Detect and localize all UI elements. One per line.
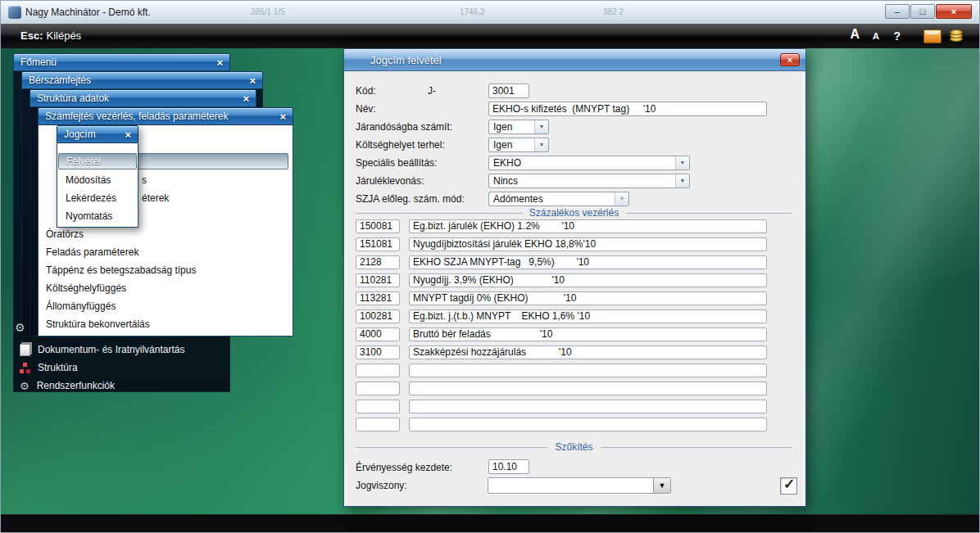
panel-title: Számfejtés vezérlés, feladás paraméterek	[45, 111, 228, 122]
menu-item-partial[interactable]: s	[142, 171, 147, 189]
section-szukites: Szűkítés	[356, 441, 792, 453]
code-cell[interactable]	[356, 418, 400, 431]
menu-item-oratorzs[interactable]: Óratörzs	[39, 225, 293, 243]
panel-title: Jogcím	[64, 129, 96, 140]
percent-row	[344, 418, 805, 431]
jarandosag-select[interactable]: Igen▼	[488, 120, 549, 134]
percent-row: 110281Nyugdíjj. 3,9% (EKHO) '10	[344, 273, 805, 287]
close-icon[interactable]: ×	[125, 129, 131, 141]
menu-item-modositas[interactable]: Módosítás	[57, 171, 138, 189]
panel-title: Főmenü	[20, 56, 57, 68]
code-cell[interactable]: 4000	[356, 327, 400, 341]
esc-exit-label[interactable]: Esc:Kilépés	[20, 29, 81, 42]
checkmark-icon: ✓	[783, 476, 795, 493]
chevron-down-icon: ▼	[615, 192, 628, 206]
kod-input[interactable]: 3001	[488, 84, 529, 98]
name-cell[interactable]: EKHO SZJA MNYPT-tag 9,5%) '10	[409, 255, 767, 269]
bottom-bar	[1, 514, 979, 532]
jogviszony-label: Jogviszony:	[356, 480, 407, 491]
documents-icon	[20, 344, 30, 356]
menu-item-allomanyfugges[interactable]: Állományfüggés	[39, 297, 293, 315]
chevron-down-icon[interactable]: ▼	[653, 478, 670, 493]
menu-item-lekerdezes[interactable]: Lekérdezés	[57, 189, 138, 207]
dialog-jogcim-felvetel: Jogcím felvétel × Kód: J- 3001 Név: EKHO…	[343, 48, 806, 507]
koltseghely-select[interactable]: Igen▼	[488, 138, 549, 152]
menu-item-label: Rendszerfunkciók	[37, 380, 115, 391]
code-cell[interactable]	[356, 382, 400, 395]
name-cell[interactable]: Nyugdíjbiztosítási járulék EKHO 18,8%'10	[409, 237, 767, 251]
menu-item-feladas-parameterek[interactable]: Feladás paraméterek	[39, 243, 293, 261]
font-decrease-button[interactable]: A	[873, 31, 879, 41]
minimize-button[interactable]: –	[885, 4, 910, 19]
menu-item-label: Dokumentum- és Iratnyilvántartás	[38, 344, 184, 355]
code-cell[interactable]: 113281	[356, 291, 400, 305]
coin-icon	[950, 29, 963, 35]
name-cell[interactable]: Szakképzési hozzájárulás '10	[409, 346, 767, 359]
jarandosag-label: Járandóságba számít:	[356, 121, 452, 133]
window-icon[interactable]	[923, 29, 941, 43]
menu-item-felvetel-selected[interactable]: Felvétel	[58, 153, 137, 169]
name-cell[interactable]	[409, 400, 767, 413]
code-cell[interactable]: 3100	[356, 346, 400, 359]
name-cell[interactable]: Nyugdíjj. 3,9% (EKHO) '10	[409, 273, 767, 287]
menu-item-nyomtatas[interactable]: Nyomtatás	[57, 207, 138, 225]
code-cell[interactable]: 151081	[356, 237, 400, 251]
name-cell[interactable]	[409, 364, 767, 377]
menu-item-struktura-bekonvertalas[interactable]: Struktúra bekonvertálás	[39, 315, 293, 333]
code-cell[interactable]: 2128	[356, 255, 400, 269]
name-cell[interactable]: Eg.bizt. j.(t.b.) MNYPT EKHO 1,6% '10	[409, 309, 767, 323]
kod-prefix: J-	[428, 85, 436, 97]
name-cell[interactable]: Bruttó bér feladás '10	[409, 327, 767, 341]
submenu-items: Óratörzs Feladás paraméterek Táppénz és …	[39, 225, 293, 333]
ervenyesseg-input[interactable]: 10.10	[488, 459, 529, 474]
name-cell[interactable]	[409, 382, 767, 395]
name-cell[interactable]: MNYPT tagdíj 0% (EKHO) '10	[409, 291, 767, 305]
chevron-down-icon[interactable]: ▼	[675, 174, 689, 187]
code-cell[interactable]	[356, 364, 400, 377]
code-cell[interactable]: 100281	[356, 309, 400, 323]
code-cell[interactable]	[356, 400, 400, 413]
fomenu-items: Dokumentum- és Iratnyilvántartás Struktú…	[14, 341, 229, 395]
close-button[interactable]: ×	[936, 4, 972, 19]
menu-item-rendszerfunkciok[interactable]: ⚙ Rendszerfunkciók	[14, 377, 229, 395]
close-icon[interactable]: ×	[216, 56, 223, 69]
name-cell[interactable]	[409, 418, 767, 431]
dialog-close-button[interactable]: ×	[780, 53, 800, 66]
menu-item-dokumentum[interactable]: Dokumentum- és Iratnyilvántartás	[14, 341, 229, 359]
szja-label: SZJA előleg. szám. mód:	[356, 193, 465, 205]
close-icon[interactable]: ×	[243, 93, 249, 105]
menu-item-koltseghelyfugges[interactable]: Költséghelyfüggés	[39, 279, 293, 297]
koltseghely-label: Költséghelyet terhel:	[356, 139, 445, 151]
percent-row: 151081Nyugdíjbiztosítási járulék EKHO 18…	[344, 237, 805, 251]
specialis-select[interactable]: EKHO▼	[488, 156, 690, 170]
chevron-down-icon[interactable]: ▼	[534, 120, 548, 133]
close-icon[interactable]: ×	[249, 75, 256, 87]
jogviszony-select[interactable]: ▼	[488, 477, 671, 494]
close-icon[interactable]: ×	[279, 111, 286, 123]
caption-buttons: – □ ×	[885, 4, 972, 19]
maximize-button[interactable]: □	[910, 4, 935, 19]
menu-item-partial[interactable]: éterek	[142, 189, 169, 207]
jarulek-select[interactable]: Nincs▼	[488, 174, 690, 188]
code-cell[interactable]: 150081	[356, 219, 400, 233]
code-cell[interactable]: 110281	[356, 273, 400, 287]
confirm-checkbox[interactable]: ✓	[780, 477, 797, 495]
name-cell[interactable]: Eg.bizt. járulék (EKHO) 1.2% '10	[409, 219, 767, 233]
font-increase-button[interactable]: A	[850, 27, 860, 42]
menu-item-tappenz[interactable]: Táppénz és betegszabadság típus	[39, 261, 293, 279]
help-button[interactable]: ?	[893, 29, 901, 43]
selected-value: Nincs	[493, 175, 518, 187]
divider	[626, 213, 792, 214]
toolbar: Esc:Kilépés A A ?	[1, 24, 979, 48]
coins-icon[interactable]	[950, 29, 964, 43]
chevron-down-icon[interactable]: ▼	[675, 156, 689, 169]
esc-key-label: Esc:	[20, 29, 43, 42]
panel-title: Bérszámfejtés	[29, 75, 91, 86]
nev-input[interactable]: EKHO-s kifizetés (MNYPT tag) '10	[488, 102, 767, 116]
chevron-down-icon[interactable]: ▼	[534, 138, 548, 151]
divider	[601, 447, 792, 448]
menu-item-struktura[interactable]: Struktúra	[14, 359, 229, 377]
app-icon	[8, 6, 21, 19]
szja-select[interactable]: Adómentes▼	[488, 192, 629, 206]
percent-row: 150081Eg.bizt. járulék (EKHO) 1.2% '10	[344, 219, 805, 233]
